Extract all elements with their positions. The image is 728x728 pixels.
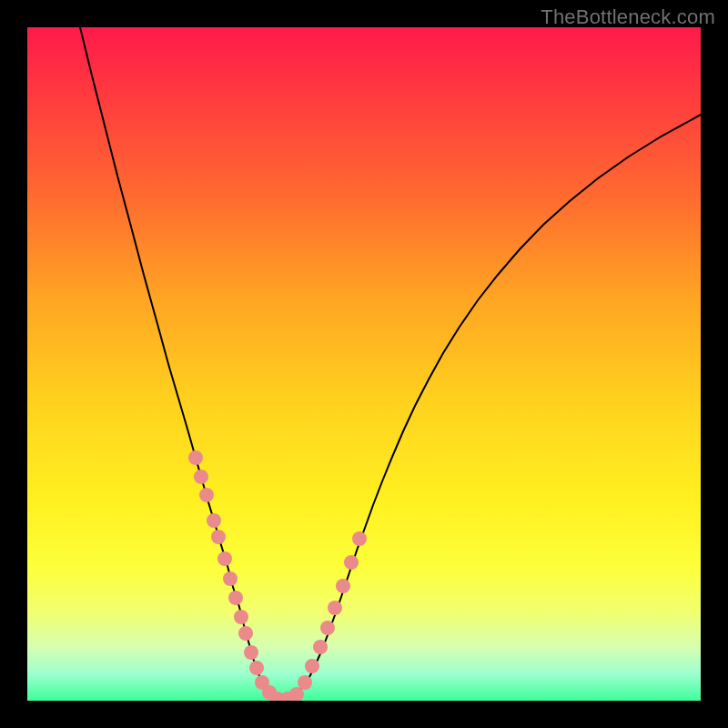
data-marker (298, 675, 312, 690)
data-marker (207, 513, 221, 528)
data-marker (217, 551, 232, 566)
data-marker (238, 626, 253, 641)
data-marker (194, 470, 208, 484)
data-marker (223, 571, 238, 586)
bottleneck-curve (80, 27, 701, 700)
data-marker (336, 579, 350, 593)
data-marker (228, 591, 243, 605)
data-marker (313, 640, 328, 654)
data-marker (234, 610, 248, 624)
chart-svg (27, 27, 701, 701)
data-marker (199, 488, 214, 502)
data-marker (320, 621, 335, 635)
data-marker (328, 601, 342, 615)
data-marker (249, 661, 264, 675)
data-marker (352, 531, 367, 546)
data-marker (188, 450, 203, 465)
chart-area (27, 27, 701, 701)
data-marker (305, 659, 319, 673)
data-marker (244, 645, 258, 660)
data-marker (344, 555, 359, 570)
watermark-text: TheBottleneck.com (541, 5, 715, 29)
data-marker (211, 530, 226, 544)
